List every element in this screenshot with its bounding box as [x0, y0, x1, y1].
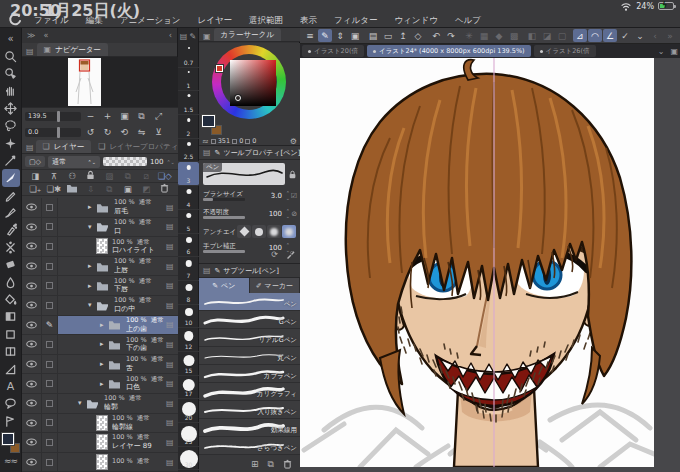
- float-window-icon[interactable]: ▣: [670, 47, 678, 56]
- snap-ruler-icon[interactable]: ⊿: [573, 29, 587, 42]
- brush-size-item[interactable]: 15: [178, 352, 199, 376]
- layer-row[interactable]: ▾100 %通常口の中▤: [22, 296, 178, 316]
- menu-file[interactable]: ファイル: [34, 15, 69, 27]
- layer-item-menu-icon[interactable]: ▤: [166, 438, 178, 447]
- collapse-panel-icon[interactable]: «: [2, 30, 20, 47]
- lock-layer-icon[interactable]: [82, 170, 101, 183]
- menu-help[interactable]: ヘルプ: [455, 15, 481, 27]
- mask-icon[interactable]: ⧉: [119, 170, 138, 183]
- antialias-middle-button[interactable]: [267, 225, 281, 238]
- layer-row[interactable]: ▸100 %通常下唇▤: [22, 276, 178, 296]
- undo-icon[interactable]: ↶: [429, 29, 443, 42]
- menu-animation[interactable]: アニメーション: [120, 15, 181, 27]
- tab-list-chevron-icon[interactable]: ⌄: [658, 47, 665, 56]
- layer-row[interactable]: ▸100 %通常眉毛▤: [22, 198, 178, 218]
- brush-size-item[interactable]: 5: [178, 210, 199, 234]
- visibility-eye-icon[interactable]: [22, 355, 42, 374]
- workspace-icon[interactable]: ▣: [348, 29, 362, 42]
- layer-row[interactable]: ▸100 %通常舌▤: [22, 355, 178, 375]
- reference-layer-icon[interactable]: ⚇: [63, 170, 82, 183]
- blend-tool[interactable]: [2, 273, 20, 290]
- brush-size-item[interactable]: 7: [178, 257, 199, 281]
- layer-row[interactable]: ▾100 %通常輪郭▤: [22, 394, 178, 414]
- visibility-eye-icon[interactable]: [22, 433, 42, 452]
- layer-row[interactable]: 100 %通常レイヤー 89▤: [22, 433, 178, 453]
- expand-arrow-icon[interactable]: ▾: [88, 301, 96, 309]
- expand-arrow-icon[interactable]: ▸: [88, 282, 96, 290]
- new-layer-icon[interactable]: ❏₊: [26, 183, 45, 196]
- tab-pen[interactable]: ✎ペン: [199, 278, 250, 293]
- dynamics-icon[interactable]: ⊘: [291, 210, 297, 218]
- brush-size-strip-header[interactable]: ▤✎: [178, 28, 198, 44]
- sub-tool-item[interactable]: カリグラフィ: [199, 383, 300, 401]
- brush-size-item[interactable]: 30: [178, 447, 199, 471]
- visibility-eye-icon[interactable]: [22, 453, 42, 472]
- menu-filter[interactable]: フィルター: [334, 15, 377, 27]
- panel-menu-icon[interactable]: ▤: [26, 143, 34, 152]
- main-sub-color-swatch[interactable]: [2, 433, 20, 455]
- layer-checkbox[interactable]: [46, 439, 53, 446]
- zoom-in-button[interactable]: +: [100, 110, 115, 123]
- zoom-tool[interactable]: [2, 47, 20, 64]
- color-history-icon[interactable]: ≈≈: [4, 456, 17, 466]
- confirm-check-icon[interactable]: ✓: [618, 29, 632, 42]
- new-folder-icon[interactable]: [63, 183, 82, 196]
- airbrush-tool[interactable]: [2, 221, 20, 238]
- layer-thumbnail[interactable]: [96, 454, 108, 470]
- visibility-eye-icon[interactable]: [22, 374, 42, 393]
- expand-arrow-icon[interactable]: ▸: [100, 360, 108, 368]
- snap-special-ruler-icon[interactable]: ∠: [603, 29, 617, 42]
- expand-arrow-icon[interactable]: ▸: [100, 321, 108, 329]
- ruler-layer-icon[interactable]: ⧄: [137, 170, 156, 183]
- select-area-icon[interactable]: ▩: [507, 29, 521, 42]
- expand-arrow-icon[interactable]: ▸: [88, 203, 96, 211]
- main-color[interactable]: [2, 433, 14, 445]
- zoom-slider[interactable]: 139.5: [25, 112, 81, 121]
- panel-menu-icon[interactable]: ▤: [180, 32, 188, 41]
- blend-mode-select[interactable]: 通常⌃⌄: [48, 156, 100, 168]
- expand-arrow-icon[interactable]: ▾: [78, 399, 86, 407]
- brush-size-item[interactable]: 2.5: [178, 139, 199, 163]
- stepper-icon[interactable]: ⌃⌄: [286, 191, 290, 200]
- main-color[interactable]: [202, 115, 215, 127]
- brush-size-item[interactable]: 1.5: [178, 91, 199, 115]
- layer-property-tab[interactable]: ❏レイヤープロパティ: [91, 140, 178, 153]
- figure-tool[interactable]: [2, 326, 20, 343]
- brush-tool[interactable]: [2, 204, 20, 221]
- brush-size-item[interactable]: 6: [178, 234, 199, 258]
- panel-menu-icon[interactable]: ▤: [203, 266, 211, 275]
- main-menu-icon[interactable]: ≡: [303, 29, 317, 42]
- layer-item-menu-icon[interactable]: ▤: [166, 242, 178, 251]
- sub-tool-item[interactable]: 効果線用: [199, 419, 300, 437]
- transfer-layer-icon[interactable]: ⇩: [82, 183, 101, 196]
- menu-window[interactable]: ウィンドウ: [394, 15, 438, 27]
- auto-select-tool[interactable]: [2, 134, 20, 151]
- invert-selection-icon[interactable]: ◪: [540, 29, 554, 42]
- lock-icon[interactable]: [288, 170, 297, 179]
- brush-size-slider[interactable]: [203, 198, 245, 201]
- new-canvas-icon[interactable]: ▤: [366, 29, 380, 42]
- sub-tool-item[interactable]: Gペン: [199, 311, 300, 329]
- ruler-tool[interactable]: [2, 360, 20, 377]
- brush-size-item[interactable]: 1: [178, 68, 199, 92]
- redo-icon[interactable]: ↷: [444, 29, 458, 42]
- expand-arrow-icon[interactable]: ▸: [100, 340, 108, 348]
- brush-size-item[interactable]: 0.7: [178, 44, 199, 68]
- page-prev-icon[interactable]: ‹: [648, 29, 662, 42]
- dock-collapse-icon[interactable]: «: [43, 31, 48, 40]
- lock-transparent-icon[interactable]: ▨: [100, 170, 119, 183]
- menu-edit[interactable]: 編集: [86, 15, 103, 27]
- sub-tool-item[interactable]: リアルGペン: [199, 329, 300, 347]
- collapse-commandbar-icon[interactable]: ⌄: [633, 29, 647, 42]
- panel-menu-icon[interactable]: ▤: [203, 148, 211, 157]
- visibility-eye-icon[interactable]: [22, 316, 42, 335]
- brush-size-item[interactable]: 17: [178, 376, 199, 400]
- tab-marker[interactable]: ✐マーカー: [250, 278, 301, 293]
- add-sub-tool-icon[interactable]: ⊞: [251, 459, 259, 469]
- visibility-eye-icon[interactable]: [22, 276, 42, 295]
- visibility-eye-icon[interactable]: [22, 414, 42, 433]
- layer-row[interactable]: 100 %通常口ハイライト▤: [22, 237, 178, 257]
- hand-tool[interactable]: [2, 82, 20, 99]
- layer-item-menu-icon[interactable]: ▤: [166, 281, 178, 290]
- reset-view-button[interactable]: ⊻: [151, 126, 166, 139]
